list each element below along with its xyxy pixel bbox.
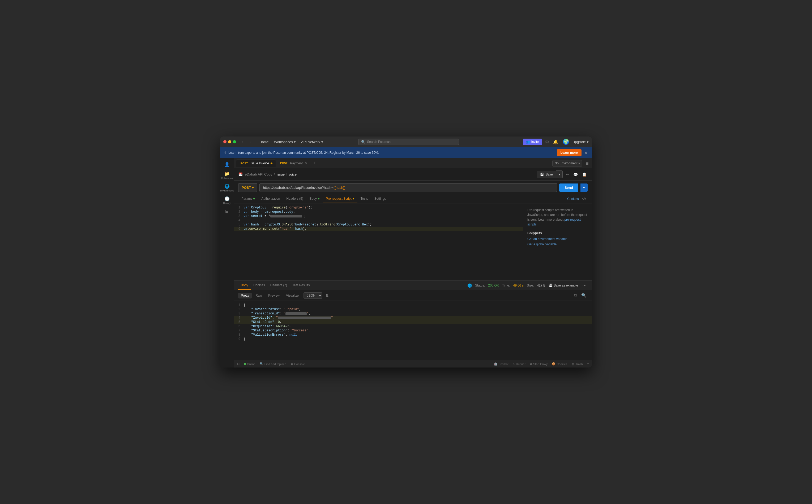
layout-button[interactable]: ⊞: [584, 160, 590, 166]
tab-tests[interactable]: Tests: [357, 195, 371, 203]
format-selector[interactable]: JSON XML HTML Text: [304, 292, 322, 299]
apps-icon: ⊞: [225, 209, 229, 214]
time-label: Time:: [502, 284, 510, 287]
titlebar-menus: Home Workspaces ▾ API Network ▾: [257, 139, 325, 145]
response-tab-body[interactable]: Body: [238, 281, 251, 290]
environment-selector[interactable]: No Environment ▾: [552, 160, 582, 166]
response-content: 1 { 2 "InvoiceStatus": "Unpaid", 3 "Tran…: [234, 301, 592, 360]
response-tab-cookies[interactable]: Cookies: [251, 281, 267, 290]
snippet-global-variable[interactable]: Get a global variable: [527, 242, 588, 246]
close-button[interactable]: [223, 140, 226, 143]
response-line: 8 "ValidationErrors": null: [234, 333, 592, 337]
forward-button[interactable]: →: [247, 139, 253, 144]
save-example-button[interactable]: 💾 Save as example: [549, 284, 578, 287]
navigation-buttons: ← →: [240, 139, 253, 144]
tab-body[interactable]: Body: [306, 195, 323, 203]
cookies-link[interactable]: Cookies: [567, 197, 579, 201]
environments-label: Environments: [220, 189, 234, 192]
code-line: 1 var CryptoJS = require("crypto-js");: [234, 206, 523, 210]
banner-text: Learn from experts and join the Postman …: [228, 151, 554, 155]
titlebar-right: 👥 Invite ⚙ 🔔 🌍 Upgrade ▾: [523, 138, 589, 146]
trash-button[interactable]: 🗑 Trash: [571, 362, 583, 366]
status-bar: ⊟ Online 🔍 Find and replace ▣ Console 🤖: [234, 360, 592, 368]
sidebar-item-apps[interactable]: ⊞: [221, 207, 233, 215]
announcement-banner: ℹ Learn from experts and join the Postma…: [220, 147, 592, 158]
code-editor[interactable]: 1 var CryptoJS = require("crypto-js"); 2…: [234, 203, 523, 280]
proxy-button[interactable]: ⇄ Start Proxy: [530, 362, 548, 366]
save-example-icon: 💾: [549, 284, 553, 287]
copy-response-button[interactable]: ⧉: [573, 292, 578, 299]
notifications-button[interactable]: 🔔: [552, 138, 559, 146]
format-tab-pretty[interactable]: Pretty: [238, 293, 252, 298]
save-dropdown-button[interactable]: ▾: [556, 170, 563, 178]
send-dropdown-button[interactable]: ▾: [580, 183, 588, 192]
postbot-icon: 🤖: [494, 362, 498, 366]
response-area: Body Cookies Headers (7) Test Results 🌐 …: [234, 280, 592, 360]
tabs-right-area: No Environment ▾ ⊞: [552, 160, 590, 166]
edit-button[interactable]: ✏: [565, 171, 570, 178]
invite-icon: 👥: [526, 140, 530, 144]
sidebar-item-profile[interactable]: 👤: [221, 160, 233, 169]
format-tab-preview[interactable]: Preview: [266, 293, 282, 298]
main-area: 👤 📁 Collections 🌐 Environments 🕐 History…: [220, 158, 592, 368]
sidebar-item-history[interactable]: 🕐 History: [221, 195, 233, 206]
workspaces-menu[interactable]: Workspaces ▾: [272, 139, 298, 145]
proxy-icon: ⇄: [530, 362, 532, 366]
learn-more-button[interactable]: Learn more: [557, 149, 582, 156]
url-input[interactable]: https://edahab.net/api/api/IssueInvoice?…: [259, 183, 557, 192]
runner-button[interactable]: ▷ Runner: [513, 362, 525, 366]
search-icon: 🔍: [361, 140, 365, 144]
console-button[interactable]: ▣ Console: [290, 362, 305, 366]
upgrade-button[interactable]: Upgrade ▾: [572, 140, 589, 144]
add-tab-button[interactable]: +: [311, 160, 318, 166]
layout-toggle[interactable]: ⊟: [237, 362, 240, 366]
tab-method-post-2: POST: [279, 161, 288, 165]
format-tab-raw[interactable]: Raw: [253, 293, 264, 298]
tab-params[interactable]: Params: [238, 195, 258, 203]
tab-issue-invoice[interactable]: POST Issue Invoice: [236, 160, 276, 167]
send-button[interactable]: Send: [559, 183, 578, 192]
response-line: 6 "RequestId": 6605426,: [234, 324, 592, 328]
tab-payment[interactable]: POST Payment ✕: [276, 160, 311, 167]
tab-headers[interactable]: Headers (9): [283, 195, 306, 203]
search-placeholder: Search Postman: [367, 140, 391, 144]
search-bar[interactable]: 🔍 Search Postman: [358, 139, 459, 145]
search-response-button[interactable]: 🔍: [580, 292, 588, 299]
banner-close-button[interactable]: ✕: [584, 150, 588, 155]
postbot-button[interactable]: 🤖 Postbot: [494, 362, 508, 366]
snippet-env-variable[interactable]: Get an environment variable: [527, 237, 588, 241]
help-button[interactable]: ?: [587, 362, 589, 366]
settings-button[interactable]: ⚙: [544, 138, 550, 146]
avatar-button[interactable]: 🌍: [562, 138, 570, 146]
format-tab-visualize[interactable]: Visualize: [283, 293, 301, 298]
find-replace-icon: 🔍: [260, 362, 263, 366]
find-replace-button[interactable]: 🔍 Find and replace: [260, 362, 286, 366]
comment-button[interactable]: 💬: [572, 171, 579, 178]
tab-method-post: POST: [240, 162, 249, 165]
response-tab-test-results[interactable]: Test Results: [290, 281, 312, 290]
tab-authorization[interactable]: Authorization: [258, 195, 283, 203]
size-value: 427 B: [537, 284, 545, 287]
response-more-options[interactable]: ⋯: [581, 282, 588, 289]
response-line: 1 {: [234, 303, 592, 307]
maximize-button[interactable]: [233, 140, 236, 143]
api-network-menu[interactable]: API Network ▾: [299, 139, 325, 145]
tab-pre-request-script[interactable]: Pre-request Script: [323, 195, 357, 203]
tab-settings[interactable]: Settings: [371, 195, 389, 203]
cookies-status-button[interactable]: 🍪 Cookies: [552, 362, 567, 366]
method-selector[interactable]: POST ▾: [238, 183, 257, 192]
minimize-button[interactable]: [228, 140, 231, 143]
save-button[interactable]: 💾 Save: [537, 171, 556, 178]
sidebar-item-collections[interactable]: 📁 Collections: [221, 170, 233, 181]
home-menu[interactable]: Home: [257, 139, 271, 145]
code-snippet-button[interactable]: </>: [581, 196, 588, 202]
profile-icon: 👤: [224, 162, 230, 167]
back-button[interactable]: ←: [240, 139, 246, 144]
titlebar: ← → Home Workspaces ▾ API Network ▾ 🔍 Se…: [220, 136, 592, 147]
tab-close-button[interactable]: ✕: [304, 161, 308, 165]
sidebar-item-environments[interactable]: 🌐 Environments: [221, 182, 233, 194]
filter-icon[interactable]: ⇅: [326, 293, 329, 298]
invite-button[interactable]: 👥 Invite: [523, 139, 542, 145]
info-button[interactable]: 📋: [581, 171, 588, 178]
response-tab-headers[interactable]: Headers (7): [268, 281, 290, 290]
